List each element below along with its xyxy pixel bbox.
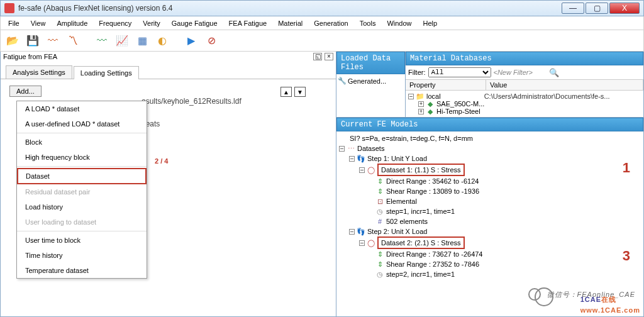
minimize-button[interactable]: — — [562, 3, 584, 14]
chart-icon[interactable]: 📈 — [114, 33, 130, 49]
menu-frequency[interactable]: Frequency — [94, 18, 136, 28]
signal-icon[interactable]: 〰 — [45, 33, 61, 49]
hash-icon: # — [375, 218, 384, 225]
tensor-icon: ◯ — [367, 239, 375, 247]
menu-material[interactable]: Material — [273, 18, 308, 28]
window-title: fe-safe (Abaqus FlexNet licensing) versi… — [18, 4, 560, 13]
direct-range-2: ⇕ Direct Range : 73627 to -26474 — [339, 249, 641, 259]
menu-help[interactable]: Help — [418, 18, 443, 28]
datasets-node[interactable]: – ⋯ Datasets — [339, 143, 641, 153]
popup-user-time-to-block[interactable]: User time to block — [17, 233, 147, 248]
popup-userdef-load-dataset[interactable]: A user-defined LOAD * dataset — [17, 116, 147, 131]
popup-block[interactable]: Block — [17, 135, 147, 150]
elements-count-1: # 502 elements — [339, 216, 641, 226]
dataset-1-node[interactable]: – ◯ Dataset 1: (1.1) S : Stress — [339, 164, 641, 176]
menubar: File View Amplitude Frequency Verity Gau… — [0, 16, 644, 30]
wrench-icon: 🔧 — [338, 77, 347, 85]
collapse-icon[interactable]: – — [359, 240, 365, 246]
watermark-1cae: 1CAE在线 www.1CAE.com — [580, 294, 640, 314]
menu-fea-fatigue[interactable]: FEA Fatigue — [224, 18, 272, 28]
dataset-2-node[interactable]: – ◯ Dataset 2: (2.1) S : Stress — [339, 236, 641, 249]
range-icon: ⇕ — [375, 177, 384, 185]
play-icon[interactable]: ▶ — [183, 33, 199, 49]
loaded-data-files-title: Loaded Data Files — [336, 52, 405, 74]
step-1-label: Step 1: Unit Y Load — [367, 153, 427, 164]
popup-dataset[interactable]: Dataset — [17, 168, 147, 184]
save-icon[interactable]: 💾 — [25, 33, 41, 49]
nav-up-icon[interactable]: ▲ — [280, 87, 292, 97]
menu-verity[interactable]: Verity — [138, 18, 165, 28]
current-fe-models-title: Current FE Models — [336, 118, 643, 131]
app-icon — [4, 3, 14, 13]
menu-view[interactable]: View — [26, 18, 51, 28]
stop-icon[interactable]: ⊘ — [203, 33, 219, 49]
popup-hf-block[interactable]: High frequency block — [17, 150, 147, 165]
close-panel-icon[interactable]: × — [325, 53, 333, 60]
left-panel-title-bar: Fatigue from FEA ◱ × — [1, 52, 336, 62]
close-button[interactable]: X — [609, 3, 640, 14]
tab-loading-settings[interactable]: Loading Settings — [74, 66, 139, 79]
step-icon: 👣 — [357, 155, 365, 162]
popup-a-load-dataset[interactable]: A LOAD * dataset — [17, 101, 147, 116]
collapse-icon[interactable]: – — [359, 167, 365, 173]
shear-range-2: ⇕ Shear Range : 27352 to -7846 — [339, 259, 641, 269]
play-alt-icon[interactable]: ◐ — [154, 33, 170, 49]
material-row-1[interactable]: + ◆ SAE_950C-M... — [408, 100, 641, 108]
dataset-2-label: Dataset 2: (2.1) S : Stress — [377, 236, 465, 249]
shear-range-1: ⇕ Shear Range : 13089 to -1936 — [339, 186, 641, 196]
popup-user-loading-to-dataset: User loading to dataset — [17, 214, 147, 230]
stepinfo-2: ◷ step=2, incr=1, time=1 — [339, 269, 641, 279]
material-databases-title: Material Databases — [406, 52, 643, 65]
nav-down-icon[interactable]: ▼ — [294, 87, 306, 97]
loaded-file-row[interactable]: 🔧 Generated... — [338, 77, 404, 85]
menu-generation[interactable]: Generation — [309, 18, 353, 28]
overlay-icon[interactable]: 〽 — [65, 33, 81, 49]
tab-analysis-settings[interactable]: Analysis Settings — [6, 65, 72, 79]
folder-icon: 📁 — [416, 92, 425, 100]
expand-icon[interactable]: + — [418, 109, 424, 114]
material-1-label: SAE_950C-M... — [436, 100, 484, 108]
left-panel-title: Fatigue from FEA — [3, 53, 57, 60]
annotation-1: 1 — [623, 160, 630, 176]
tensor-icon: ◯ — [367, 166, 375, 174]
titlebar: fe-safe (Abaqus FlexNet licensing) versi… — [0, 0, 644, 16]
search-icon[interactable]: 🔍 — [549, 68, 559, 77]
material-row-2[interactable]: + ◆ Hi-Temp-Steel — [408, 108, 641, 115]
menu-window[interactable]: Window — [382, 18, 416, 28]
maximize-button[interactable]: ▢ — [586, 3, 608, 14]
expand-icon[interactable]: + — [418, 101, 424, 107]
menu-tools[interactable]: Tools — [355, 18, 381, 28]
step-2-node[interactable]: – 👣 Step 2: Unit X Load — [339, 226, 641, 236]
filter-label: Filter: — [408, 69, 426, 76]
element-icon: ⊡ — [375, 197, 384, 205]
popup-separator — [17, 231, 147, 231]
new-filter-input[interactable]: <New Filter> — [494, 69, 544, 76]
range-icon: ⇕ — [375, 260, 384, 268]
popup-temperature-dataset[interactable]: Temperature dataset — [17, 263, 147, 278]
signal2-icon[interactable]: 〰 — [94, 33, 110, 49]
filter-select[interactable]: All — [428, 67, 491, 77]
loaded-file-label: Generated... — [348, 77, 386, 85]
step-1-node[interactable]: – 👣 Step 1: Unit Y Load — [339, 153, 641, 164]
collapse-icon[interactable]: – — [339, 146, 345, 152]
add-popup-menu: A LOAD * dataset A user-defined LOAD * d… — [16, 101, 147, 279]
open-icon[interactable]: 📂 — [4, 33, 21, 49]
si-units-row[interactable]: SI? s=Pa, e=strain, t=deg.C, f=N, d=mm — [339, 133, 641, 143]
material-icon: ◆ — [426, 108, 435, 115]
undock-icon[interactable]: ◱ — [313, 53, 322, 60]
menu-gauge-fatigue[interactable]: Gauge Fatigue — [167, 18, 223, 28]
toolbar: 📂 💾 〰 〽 〰 📈 ▦ ◐ ▶ ⊘ — [0, 30, 644, 52]
menu-file[interactable]: File — [3, 18, 25, 28]
menu-amplitude[interactable]: Amplitude — [52, 18, 92, 28]
annotation-fraction: 2 / 4 — [155, 148, 168, 168]
collapse-icon[interactable]: – — [349, 156, 355, 162]
material-icon: ◆ — [426, 100, 435, 108]
popup-load-history[interactable]: Load history — [17, 199, 147, 214]
add-button[interactable]: Add... — [9, 86, 42, 97]
collapse-icon[interactable]: – — [408, 94, 414, 99]
grid-icon[interactable]: ▦ — [134, 33, 150, 49]
popup-time-history[interactable]: Time history — [17, 248, 147, 263]
loaded-data-files-panel: Loaded Data Files 🔧 Generated... — [336, 52, 406, 117]
local-db-node[interactable]: – 📁 local C:\Users\Administrator\Documen… — [408, 92, 641, 100]
collapse-icon[interactable]: – — [349, 229, 355, 235]
